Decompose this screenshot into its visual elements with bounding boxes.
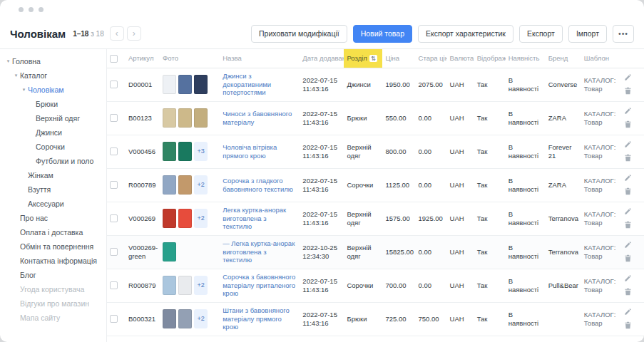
delete-button[interactable] (623, 252, 633, 266)
more-photos-badge[interactable]: +2 (194, 209, 208, 228)
delete-button[interactable] (623, 118, 633, 132)
delete-button[interactable] (623, 85, 633, 98)
sidebar-item-about[interactable]: Про нас (0, 211, 106, 225)
column-header-price[interactable]: Ціна (382, 49, 415, 68)
column-header-display[interactable]: Відображати (474, 49, 506, 68)
sidebar-item-men[interactable]: ▾Чоловікам (0, 83, 106, 97)
product-photo-thumbnail[interactable] (163, 75, 176, 94)
column-header-date[interactable]: Дата додавання (300, 49, 344, 68)
sidebar-item-reviews[interactable]: Відгуки про магазин (0, 296, 106, 311)
sidebar-item-jeans[interactable]: Джинси (0, 125, 106, 140)
column-header-old-price[interactable]: Стара ціна (416, 49, 447, 68)
window-control-close[interactable] (19, 7, 24, 12)
edit-button[interactable] (623, 239, 633, 252)
sort-icon[interactable]: ⇅ (369, 55, 377, 62)
sidebar-item-home[interactable]: ▾Головна (0, 54, 106, 68)
product-name-link[interactable]: Сорочка з бавовняного матеріалу притален… (223, 273, 295, 298)
product-name-link[interactable]: Чиноси з бавовняного матеріалу (223, 110, 292, 126)
export-characteristics-button[interactable]: Експорт характеристик (418, 25, 513, 43)
prev-page-button[interactable]: ‹ (110, 26, 124, 41)
row-checkbox[interactable] (110, 281, 118, 289)
edit-button[interactable] (623, 138, 633, 152)
product-name-link[interactable]: — Легка куртка-анорак виготовлена з текс… (223, 239, 295, 264)
edit-button[interactable] (623, 205, 633, 219)
product-name-link[interactable]: Сорочка з гладкого бавовняного текстилю (223, 177, 293, 193)
product-photo-thumbnail[interactable] (163, 175, 176, 195)
product-photo-thumbnail[interactable] (163, 209, 176, 228)
column-header-sku[interactable]: Артикул (126, 49, 160, 68)
sidebar-item-pants[interactable]: Брюки (0, 97, 106, 111)
select-all-checkbox[interactable] (110, 55, 118, 63)
edit-button[interactable] (623, 71, 633, 85)
sidebar-item-payment[interactable]: Оплата і доставка (0, 225, 106, 239)
edit-button[interactable] (623, 272, 633, 286)
sidebar-item-terms[interactable]: Угода користувача (0, 282, 106, 296)
product-photo-thumbnail[interactable] (178, 175, 192, 195)
product-row: V000269+2Легка куртка-анорак виготовлена… (107, 202, 644, 235)
sidebar-item-outerwear[interactable]: Верхній одяг (0, 111, 106, 125)
sidebar-item-sitemap[interactable]: Мапа сайту (0, 311, 106, 325)
more-photos-badge[interactable]: +2 (194, 276, 208, 295)
window-control-minimize[interactable] (29, 7, 34, 12)
more-photos-badge[interactable]: +2 (194, 175, 208, 195)
sidebar-item-returns[interactable]: Обмін та повернення (0, 239, 106, 254)
new-product-button[interactable]: Новий товар (353, 25, 412, 43)
edit-button[interactable] (623, 172, 633, 185)
product-photo-thumbnail[interactable] (178, 276, 192, 295)
edit-button[interactable] (623, 339, 633, 342)
more-photos-badge[interactable]: +3 (194, 142, 208, 161)
product-name-link[interactable]: Чоловіча вітрівка прямого крою (223, 143, 277, 160)
row-checkbox[interactable] (110, 315, 118, 323)
column-header-section[interactable]: Розділ⇅ (344, 49, 382, 68)
product-name-link[interactable]: Легка куртка-анорак виготовлена з тексти… (223, 206, 286, 231)
product-photo-thumbnail[interactable] (178, 142, 192, 161)
delete-button[interactable] (623, 319, 633, 333)
row-checkbox[interactable] (110, 214, 118, 222)
column-header-availability[interactable]: Наявність (506, 49, 546, 68)
column-header-name[interactable]: Назва (220, 49, 300, 68)
delete-button[interactable] (623, 185, 633, 199)
sidebar-item-contacts[interactable]: Контактна інформація (0, 254, 106, 268)
hide-modifications-button[interactable]: Приховати модифікації (251, 25, 347, 43)
next-page-button[interactable]: › (127, 26, 141, 41)
row-checkbox[interactable] (110, 248, 118, 256)
product-photo-thumbnail[interactable] (163, 242, 176, 261)
column-header-currency[interactable]: Валюта (447, 49, 474, 68)
delete-button[interactable] (623, 286, 633, 299)
row-checkbox[interactable] (110, 114, 118, 122)
sidebar-item-catalog[interactable]: ▾Каталог (0, 68, 106, 83)
product-photo-thumbnail[interactable] (194, 108, 208, 128)
sidebar-item-shoes[interactable]: Взуття (0, 182, 106, 197)
product-photo-thumbnail[interactable] (194, 75, 208, 94)
column-header-brand[interactable]: Бренд (546, 49, 581, 68)
sidebar-item-tshirts[interactable]: Футболки и поло (0, 154, 106, 168)
product-photo-thumbnail[interactable] (178, 309, 192, 328)
product-name-link[interactable]: Штани з бавовняного матеріалу прямого кр… (223, 306, 290, 331)
row-checkbox[interactable] (110, 147, 118, 155)
product-photo-thumbnail[interactable] (178, 209, 192, 228)
column-header-template[interactable]: Шаблон (581, 49, 620, 68)
edit-button[interactable] (623, 105, 633, 118)
product-name-link[interactable]: Джинси з декоративними потертостями (223, 72, 271, 97)
product-photo-thumbnail[interactable] (163, 108, 176, 128)
delete-button[interactable] (623, 219, 633, 232)
sidebar-item-accessories[interactable]: Аксесуари (0, 197, 106, 211)
window-control-maximize[interactable] (39, 7, 44, 12)
sidebar-item-shirts[interactable]: Сорочки (0, 140, 106, 154)
row-checkbox[interactable] (110, 181, 118, 189)
edit-button[interactable] (623, 306, 633, 319)
more-actions-button[interactable]: ••• (613, 25, 634, 43)
sidebar-item-blog[interactable]: Блог (0, 268, 106, 282)
delete-button[interactable] (623, 152, 633, 165)
sidebar-item-women[interactable]: Жінкам (0, 168, 106, 182)
column-header-photo[interactable]: Фото (160, 49, 220, 68)
product-photo-thumbnail[interactable] (178, 108, 192, 128)
row-checkbox[interactable] (110, 81, 118, 88)
product-photo-thumbnail[interactable] (163, 276, 176, 295)
import-button[interactable]: Імпорт (568, 25, 607, 43)
product-photo-thumbnail[interactable] (178, 75, 192, 94)
export-button[interactable]: Експорт (519, 25, 563, 43)
product-photo-thumbnail[interactable] (163, 142, 176, 161)
product-photo-thumbnail[interactable] (163, 309, 176, 328)
more-photos-badge[interactable]: +2 (194, 309, 208, 328)
